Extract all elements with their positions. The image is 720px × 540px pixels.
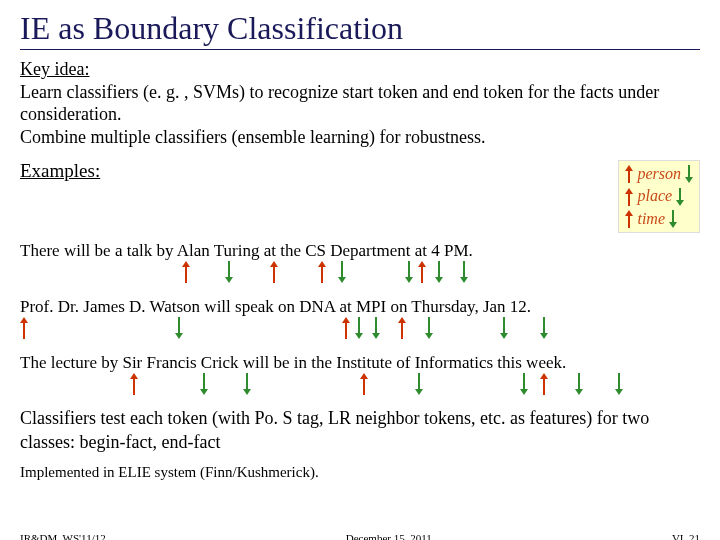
arrow-up-icon — [625, 165, 633, 183]
classifier-description: Classifiers test each token (with Po. S … — [20, 407, 700, 454]
footer-center: December 15, 2011 — [346, 532, 432, 540]
key-idea-block: Key idea: Learn classifiers (e. g. , SVM… — [20, 58, 700, 148]
legend-time: time — [637, 208, 665, 230]
sentence-text: The lecture by Sir Francis Crick will be… — [20, 353, 566, 372]
sentence-text: There will be a talk by Alan Turing at t… — [20, 241, 473, 260]
arrow-down-icon — [676, 188, 684, 206]
footer-left: IR&DM, WS'11/12 — [20, 532, 106, 540]
examples-label: Examples: — [20, 160, 100, 182]
example-sentence-1: There will be a talk by Alan Turing at t… — [20, 241, 700, 289]
arrow-down-icon — [669, 210, 677, 228]
slide-title: IE as Boundary Classification — [20, 10, 700, 50]
legend-place: place — [637, 185, 672, 207]
implementation-note: Implemented in ELIE system (Finn/Kushmer… — [20, 464, 700, 481]
footer-right: VI. 21 — [672, 532, 700, 540]
key-idea-text: Learn classifiers (e. g. , SVMs) to reco… — [20, 82, 659, 147]
arrow-down-icon — [685, 165, 693, 183]
arrow-up-icon — [625, 210, 633, 228]
example-sentence-3: The lecture by Sir Francis Crick will be… — [20, 353, 700, 401]
slide-footer: IR&DM, WS'11/12 December 15, 2011 VI. 21 — [20, 532, 700, 540]
arrow-up-icon — [625, 188, 633, 206]
example-sentence-2: Prof. Dr. James D. Watson will speak on … — [20, 297, 700, 345]
legend-person: person — [637, 163, 681, 185]
legend-box: person place time — [618, 160, 700, 233]
key-idea-label: Key idea: — [20, 59, 89, 79]
sentence-text: Prof. Dr. James D. Watson will speak on … — [20, 297, 531, 316]
